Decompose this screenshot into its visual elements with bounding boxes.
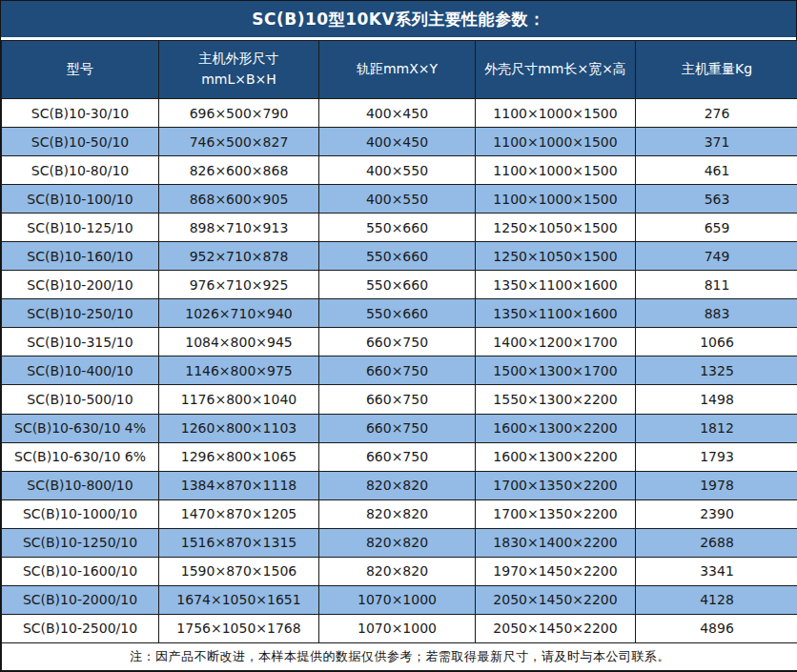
table-row: SC(B)10-30/10696×500×790400×4501100×1000… [2, 99, 797, 128]
table-cell: 659 [636, 214, 797, 242]
table-row: SC(B)10-125/10898×710×913550×6601250×105… [2, 214, 797, 242]
table-row: SC(B)10-1600/101590×870×1506820×8201970×… [2, 557, 797, 585]
table-cell: SC(B)10-400/10 [2, 356, 159, 385]
table-cell: SC(B)10-250/10 [2, 299, 159, 328]
header-host-weight-label: 主机重量Kg [638, 59, 796, 80]
page-title: SC(B)10型10KV系列主要性能参数： [1, 1, 796, 40]
table-cell: 976×710×925 [159, 271, 319, 299]
table-cell: 1600×1300×2200 [476, 414, 636, 442]
table-cell: SC(B)10-50/10 [2, 128, 159, 156]
table-cell: 1812 [636, 414, 797, 442]
header-rail-gauge-label: 轨距mmX×Y [321, 59, 473, 80]
table-cell: 1756×1050×1768 [159, 614, 319, 642]
table-cell: 820×820 [319, 557, 476, 585]
table-cell: SC(B)10-315/10 [2, 328, 159, 356]
table-cell: 1400×1200×1700 [476, 328, 636, 356]
header-model: 型号 [2, 41, 159, 99]
table-row: SC(B)10-160/10952×710×878550×6601250×105… [2, 242, 797, 271]
table-cell: SC(B)10-2500/10 [2, 614, 159, 642]
table-cell: SC(B)10-800/10 [2, 471, 159, 499]
table-cell: 1350×1100×1600 [476, 299, 636, 328]
table-cell: 461 [636, 156, 797, 185]
table-cell: 1793 [636, 442, 797, 471]
table-cell: 1978 [636, 471, 797, 499]
table-cell: 371 [636, 128, 797, 156]
table-cell: 3341 [636, 557, 797, 585]
table-cell: 550×660 [319, 271, 476, 299]
table-cell: 1830×1400×2200 [476, 528, 636, 557]
table-cell: 820×820 [319, 471, 476, 499]
header-rail-gauge: 轨距mmX×Y [319, 41, 476, 99]
table-cell: 563 [636, 185, 797, 214]
table-row: SC(B)10-100/10868×600×905400×5501100×100… [2, 185, 797, 214]
table-cell: 1700×1350×2200 [476, 471, 636, 499]
table-cell: SC(B)10-1000/10 [2, 499, 159, 528]
table-cell: SC(B)10-1250/10 [2, 528, 159, 557]
table-cell: 1970×1450×2200 [476, 557, 636, 585]
table-cell: 811 [636, 271, 797, 299]
table-cell: 1590×870×1506 [159, 557, 319, 585]
table-cell: 400×550 [319, 156, 476, 185]
table-cell: 1700×1350×2200 [476, 499, 636, 528]
table-cell: 276 [636, 99, 797, 128]
table-cell: 1674×1050×1651 [159, 585, 319, 614]
table-cell: 1470×870×1205 [159, 499, 319, 528]
table-cell: 826×600×868 [159, 156, 319, 185]
table-cell: 1350×1100×1600 [476, 271, 636, 299]
table-cell: 1100×1000×1500 [476, 156, 636, 185]
table-cell: 1296×800×1065 [159, 442, 319, 471]
table-cell: 1550×1300×2200 [476, 385, 636, 414]
table-cell: 1498 [636, 385, 797, 414]
table-cell: 2390 [636, 499, 797, 528]
table-cell: 660×750 [319, 414, 476, 442]
header-row: 型号 主机外形尺寸 mmL×B×H 轨距mmX×Y 外壳尺寸mm长×宽×高 主机… [2, 41, 797, 99]
table-cell: 1146×800×975 [159, 356, 319, 385]
table-cell: 1066 [636, 328, 797, 356]
table-row: SC(B)10-400/101146×800×975660×7501500×13… [2, 356, 797, 385]
table-cell: SC(B)10-630/10 6% [2, 442, 159, 471]
spec-sheet: SC(B)10型10KV系列主要性能参数： 型号 主机外形尺寸 mmL×B×H … [0, 0, 797, 672]
table-cell: 696×500×790 [159, 99, 319, 128]
table-header: 型号 主机外形尺寸 mmL×B×H 轨距mmX×Y 外壳尺寸mm长×宽×高 主机… [2, 41, 797, 99]
table-row: SC(B)10-315/101084×800×945660×7501400×12… [2, 328, 797, 356]
table-cell: 1250×1050×1500 [476, 214, 636, 242]
table-cell: 660×750 [319, 356, 476, 385]
table-cell: 1325 [636, 356, 797, 385]
table-cell: 883 [636, 299, 797, 328]
table-cell: 1600×1300×2200 [476, 442, 636, 471]
table-cell: SC(B)10-1600/10 [2, 557, 159, 585]
table-cell: 952×710×878 [159, 242, 319, 271]
table-cell: 4128 [636, 585, 797, 614]
table-footer: 注：因产品不断改进，本样本提供的数据仅供参考；若需取得最新尺寸，请及时与本公司联… [2, 643, 797, 671]
table-cell: 1100×1000×1500 [476, 99, 636, 128]
table-cell: 2050×1450×2200 [476, 614, 636, 642]
table-row: SC(B)10-630/10 4%1260×800×1103660×750160… [2, 414, 797, 442]
table-cell: 660×750 [319, 385, 476, 414]
table-cell: SC(B)10-160/10 [2, 242, 159, 271]
table-cell: 820×820 [319, 499, 476, 528]
table-cell: SC(B)10-630/10 4% [2, 414, 159, 442]
table-row: SC(B)10-200/10976×710×925550×6601350×110… [2, 271, 797, 299]
table-cell: SC(B)10-80/10 [2, 156, 159, 185]
header-model-label: 型号 [4, 59, 156, 80]
table-row: SC(B)10-1000/101470×870×1205820×8201700×… [2, 499, 797, 528]
header-host-dimensions-line2: mmL×B×H [161, 70, 317, 91]
table-row: SC(B)10-2000/101674×1050×16511070×100020… [2, 585, 797, 614]
table-row: SC(B)10-2500/101756×1050×17681070×100020… [2, 614, 797, 642]
table-cell: 2688 [636, 528, 797, 557]
header-host-weight: 主机重量Kg [636, 41, 797, 99]
table-row: SC(B)10-80/10826×600×868400×5501100×1000… [2, 156, 797, 185]
table-cell: SC(B)10-125/10 [2, 214, 159, 242]
table-row: SC(B)10-630/10 6%1296×800×1065660×750160… [2, 442, 797, 471]
table-cell: 400×450 [319, 99, 476, 128]
spec-table: 型号 主机外形尺寸 mmL×B×H 轨距mmX×Y 外壳尺寸mm长×宽×高 主机… [1, 40, 797, 671]
table-cell: 1100×1000×1500 [476, 185, 636, 214]
table-cell: 1500×1300×1700 [476, 356, 636, 385]
header-host-dimensions: 主机外形尺寸 mmL×B×H [159, 41, 319, 99]
table-cell: 1260×800×1103 [159, 414, 319, 442]
table-cell: 1084×800×945 [159, 328, 319, 356]
table-body: SC(B)10-30/10696×500×790400×4501100×1000… [2, 99, 797, 643]
table-cell: SC(B)10-500/10 [2, 385, 159, 414]
table-cell: 1516×870×1315 [159, 528, 319, 557]
table-cell: 550×660 [319, 214, 476, 242]
